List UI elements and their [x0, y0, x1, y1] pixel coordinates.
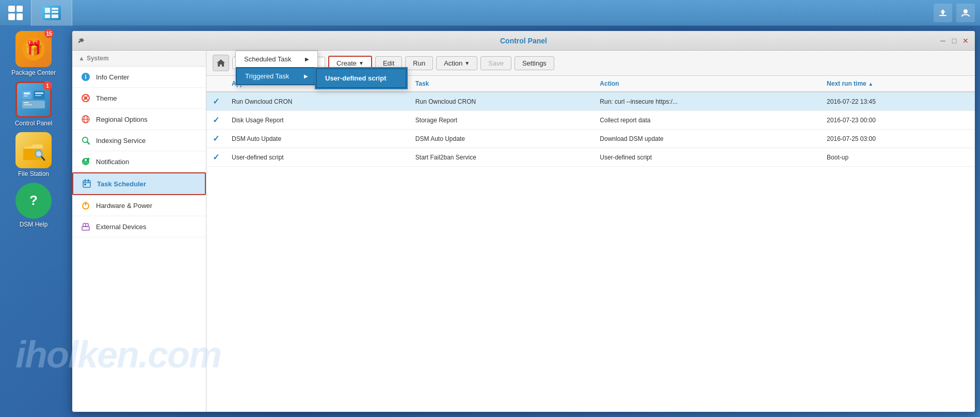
- col-next-run[interactable]: Next run time ▲: [821, 76, 975, 92]
- sidebar-item-label-regional: Regional Options: [96, 116, 148, 123]
- sidebar-item-hardware-power[interactable]: Hardware & Power: [72, 195, 206, 216]
- taskbar-right: [934, 4, 980, 22]
- action-button[interactable]: Action ▼: [436, 56, 477, 70]
- pin-button[interactable]: [77, 37, 86, 45]
- user-button[interactable]: [956, 4, 975, 22]
- row-task-2: Storage Report: [409, 111, 594, 130]
- sidebar-item-label-notification: Notification: [96, 158, 129, 166]
- regional-options-icon: [81, 114, 91, 124]
- sidebar-item-theme[interactable]: Theme: [72, 88, 206, 109]
- scheduled-task-label: Scheduled Task: [244, 55, 292, 63]
- row-app-2: Disk Usage Report: [226, 111, 409, 130]
- window-title: Control Panel: [500, 37, 547, 45]
- user-defined-script-item[interactable]: User-defined script: [316, 68, 407, 88]
- row-task-1: Run Owncloud CRON: [409, 92, 594, 111]
- row-app-3: DSM Auto Update: [226, 130, 409, 148]
- control-panel-window: Control Panel ─ □ ✕ ▲ System: [72, 31, 975, 412]
- sidebar-item-external-devices[interactable]: External Devices: [72, 216, 206, 237]
- sidebar-item-label-external: External Devices: [96, 223, 147, 231]
- sidebar-section-label: System: [87, 55, 109, 62]
- create-caret: ▼: [359, 60, 364, 66]
- row-action-1: Run: curl --insecure https:/...: [593, 92, 821, 111]
- sidebar-item-indexing-service[interactable]: Indexing Service: [72, 130, 206, 151]
- row-nextrun-1: 2016-07-22 13:45: [821, 92, 975, 111]
- svg-line-33: [87, 142, 89, 144]
- launcher-button[interactable]: [0, 0, 31, 26]
- sidebar-item-regional-options[interactable]: Regional Options: [72, 109, 206, 130]
- edit-label: Edit: [383, 59, 394, 67]
- row-nextrun-3: 2016-07-25 03:00: [821, 130, 975, 148]
- svg-point-7: [963, 9, 968, 13]
- triggered-task-item[interactable]: Triggered Task ▶: [236, 67, 317, 85]
- indexing-service-icon: [81, 135, 91, 146]
- dsm-help-desktop-icon[interactable]: ? DSM Help: [5, 183, 62, 228]
- desktop: 🎁 15 Package Center 1: [0, 26, 980, 417]
- control-panel-label: Control Panel: [15, 120, 53, 127]
- save-button[interactable]: Save: [480, 56, 511, 70]
- sidebar-item-label-indexing: Indexing Service: [96, 137, 146, 145]
- row-check-1: ✓: [206, 92, 226, 111]
- svg-text:🎁: 🎁: [25, 40, 43, 57]
- svg-line-22: [42, 157, 44, 160]
- svg-point-21: [36, 151, 41, 156]
- home-button[interactable]: [213, 55, 229, 71]
- sidebar-item-info-center[interactable]: i Info Center: [72, 67, 206, 88]
- sidebar-item-label-task-scheduler: Task Scheduler: [97, 180, 146, 188]
- taskbar: [0, 0, 980, 26]
- scheduled-task-item[interactable]: Scheduled Task ▶: [236, 51, 317, 67]
- create-dropdown-menu: Scheduled Task ▶ Triggered Task ▶: [235, 51, 318, 86]
- control-panel-taskbar-app[interactable]: [31, 0, 72, 26]
- file-station-desktop-icon[interactable]: File Station: [5, 132, 62, 178]
- settings-button[interactable]: Settings: [515, 56, 554, 70]
- scheduled-task-chevron: ▶: [305, 56, 309, 62]
- col-task[interactable]: Task: [409, 76, 594, 92]
- action-caret: ▼: [464, 60, 470, 66]
- chevron-up-icon: ▲: [78, 55, 85, 62]
- row-action-4: User-defined script: [593, 148, 821, 167]
- user-defined-script-label: User-defined script: [325, 74, 386, 82]
- control-panel-desktop-icon[interactable]: 1 Control Panel: [5, 82, 62, 127]
- sidebar-item-notification[interactable]: Notification: [72, 151, 206, 172]
- row-task-4: Start Fail2ban Service: [409, 148, 594, 167]
- close-button[interactable]: ✕: [961, 37, 970, 45]
- package-center-label: Package Center: [11, 69, 56, 76]
- svg-rect-17: [24, 102, 29, 103]
- svg-rect-14: [35, 92, 43, 94]
- window-controls: ─ □ ✕: [939, 37, 970, 45]
- control-panel-badge: 1: [43, 81, 52, 90]
- package-center-badge: 15: [44, 29, 54, 38]
- hardware-power-icon: [81, 200, 91, 211]
- sidebar-item-label-hardware: Hardware & Power: [96, 202, 152, 210]
- notification-icon: [81, 156, 91, 167]
- svg-rect-4: [52, 14, 58, 18]
- desktop-icons: 🎁 15 Package Center 1: [5, 31, 62, 228]
- run-button[interactable]: Run: [405, 56, 433, 70]
- run-label: Run: [413, 59, 425, 67]
- external-devices-icon: [81, 221, 91, 232]
- sidebar-item-task-scheduler[interactable]: Task Scheduler: [72, 172, 206, 195]
- svg-rect-0: [45, 8, 50, 13]
- sort-icon: ▲: [868, 81, 873, 87]
- triggered-task-chevron: ▶: [304, 73, 308, 79]
- row-nextrun-4: Boot-up: [821, 148, 975, 167]
- sidebar-item-label-info-center: Info Center: [96, 73, 129, 81]
- table-row[interactable]: ✓ Run Owncloud CRON Run Owncloud CRON Ru…: [206, 92, 975, 111]
- package-center-icon[interactable]: 🎁 15 Package Center: [5, 31, 62, 76]
- col-action[interactable]: Action: [593, 76, 821, 92]
- row-action-2: Collect report data: [593, 111, 821, 130]
- theme-icon: [81, 93, 91, 103]
- table-row[interactable]: ✓ User-defined script Start Fail2ban Ser…: [206, 148, 975, 167]
- maximize-button[interactable]: □: [950, 37, 958, 45]
- minimize-button[interactable]: ─: [939, 37, 947, 45]
- table-container: Applications Task Action Next run time: [206, 76, 975, 412]
- row-app-1: Run Owncloud CRON: [226, 92, 409, 111]
- info-center-icon: i: [81, 72, 91, 82]
- table-row[interactable]: ✓ DSM Auto Update DSM Auto Update Downlo…: [206, 130, 975, 148]
- sidebar-item-label-theme: Theme: [96, 94, 117, 102]
- upload-button[interactable]: [934, 4, 952, 22]
- sidebar-section-header: ▲ System: [72, 51, 206, 67]
- svg-rect-5: [939, 15, 946, 16]
- svg-rect-18: [24, 104, 32, 105]
- table-row[interactable]: ✓ Disk Usage Report Storage Report Colle…: [206, 111, 975, 130]
- dsm-help-label: DSM Help: [20, 221, 48, 228]
